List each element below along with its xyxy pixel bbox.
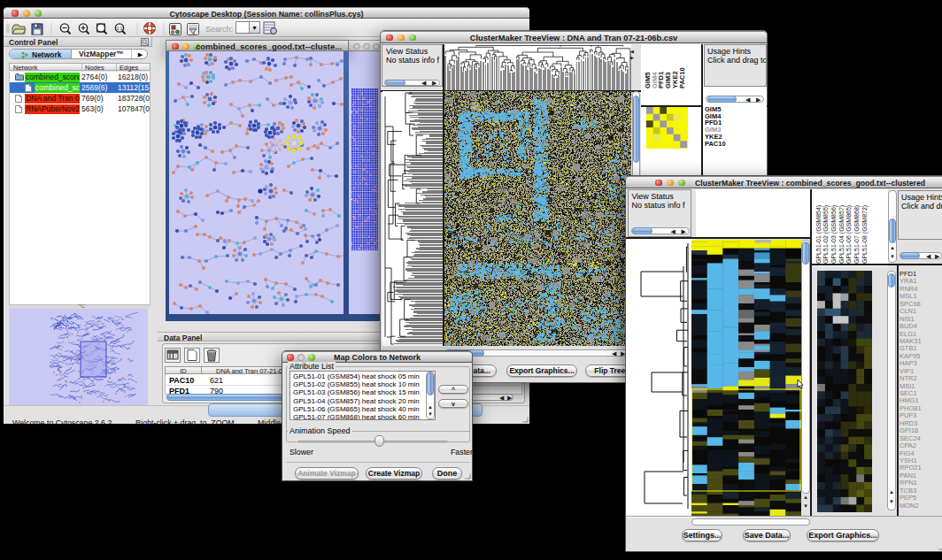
svg-text:GPL51-02 (GSM855): GPL51-02 (GSM855) <box>822 205 830 264</box>
svg-text:GPL51-03 (GSM856): GPL51-03 (GSM856) <box>830 205 838 264</box>
svg-text:GPL51-08 (GSM872): GPL51-08 (GSM872) <box>861 205 869 264</box>
svg-text:Search:: Search: <box>205 25 233 34</box>
svg-text:1:1: 1:1 <box>117 26 123 31</box>
svg-text:GPL51-04 (GSM857): GPL51-04 (GSM857) <box>838 205 845 264</box>
svg-text:GPL51-06 (GSM865): GPL51-06 (GSM865) <box>845 205 853 264</box>
svg-text:GPL51-07 (GSM868): GPL51-07 (GSM868) <box>853 205 861 264</box>
svg-text:GPL51-01 (GSM854): GPL51-01 (GSM854) <box>815 205 822 264</box>
svg-text:PAC10: PAC10 <box>678 67 686 88</box>
